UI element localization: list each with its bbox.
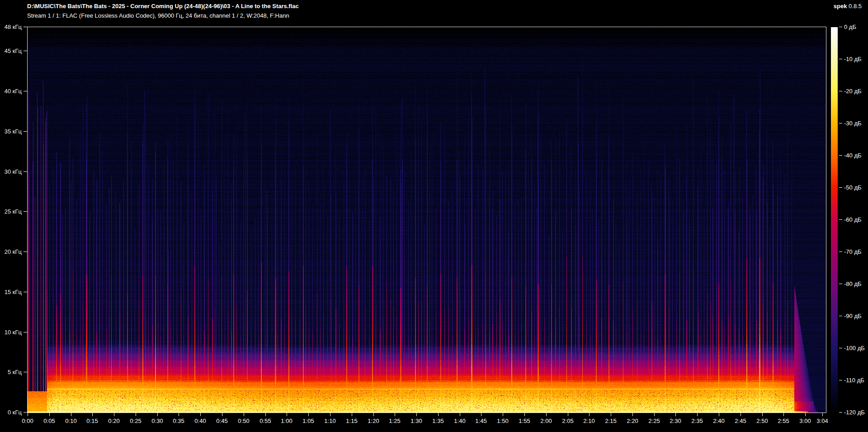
time-tick-label: 2:45: [729, 418, 752, 425]
time-tick: [741, 413, 741, 416]
time-tick: [287, 413, 287, 416]
time-tick-label: 0:10: [59, 418, 83, 425]
time-tick-label: 0:45: [210, 418, 234, 425]
db-tick-label: -10 дБ: [844, 56, 862, 63]
time-tick-label: 3:04: [811, 418, 834, 425]
stream-info-line: Stream 1 / 1: FLAC (Free Lossless Audio …: [27, 12, 289, 19]
time-tick: [179, 413, 179, 416]
time-tick: [568, 413, 568, 416]
db-tick: [839, 27, 842, 27]
app-version-label: spek 0.8.5: [834, 3, 862, 9]
db-tick-label: -120 дБ: [844, 409, 865, 416]
freq-tick: [24, 332, 27, 332]
time-tick: [352, 413, 352, 416]
time-tick-label: 0:20: [102, 418, 126, 425]
freq-tick: [24, 27, 27, 27]
freq-tick-label: 45 кГц: [0, 47, 22, 55]
time-tick: [546, 413, 547, 416]
time-tick: [308, 413, 309, 416]
freq-tick-label: 48 кГц: [0, 24, 22, 31]
time-tick-label: 0:50: [232, 418, 255, 425]
freq-tick-label: 30 кГц: [0, 168, 22, 176]
freq-tick: [24, 372, 27, 372]
time-tick-label: 0:05: [38, 418, 61, 425]
time-tick-label: 1:05: [297, 418, 320, 425]
db-tick: [839, 380, 842, 380]
time-tick-label: 0:15: [80, 418, 104, 425]
time-tick: [416, 413, 417, 416]
time-tick: [222, 413, 222, 416]
time-tick: [200, 413, 201, 416]
freq-tick: [24, 292, 27, 292]
freq-tick-label: 20 кГц: [0, 248, 22, 256]
time-tick-label: 0:55: [254, 418, 277, 425]
time-tick-label: 1:30: [405, 418, 428, 425]
db-colorbar: [831, 27, 838, 413]
time-tick-label: 1:45: [469, 418, 493, 425]
time-tick-label: 0:25: [124, 418, 147, 425]
freq-tick: [24, 252, 27, 252]
time-tick-label: 1:40: [448, 418, 472, 425]
db-tick-label: -20 дБ: [844, 88, 862, 95]
time-tick: [481, 413, 481, 416]
time-tick: [719, 413, 719, 416]
db-tick-label: -50 дБ: [844, 184, 862, 191]
time-tick-label: 0:30: [146, 418, 169, 425]
db-tick: [839, 348, 842, 348]
time-tick: [28, 413, 28, 416]
time-tick: [244, 413, 244, 416]
db-tick: [839, 219, 842, 220]
freq-tick-label: 25 кГц: [0, 208, 22, 215]
time-tick-label: 2:55: [772, 418, 795, 425]
time-tick: [373, 413, 374, 416]
time-tick-label: 0:35: [167, 418, 190, 425]
file-path-title: D:\MUSIC\The Bats\The Bats - 2025 - Corn…: [27, 3, 299, 9]
db-tick: [839, 187, 842, 188]
time-tick: [438, 413, 439, 416]
time-tick-label: 2:25: [642, 418, 666, 425]
time-tick: [675, 413, 676, 416]
time-tick: [524, 413, 525, 416]
time-tick: [71, 413, 71, 416]
db-tick-label: -30 дБ: [844, 120, 862, 127]
freq-tick-label: 0 кГц: [0, 409, 22, 416]
freq-tick: [24, 412, 27, 413]
db-tick-label: -90 дБ: [844, 313, 862, 320]
db-tick: [839, 252, 842, 252]
time-tick-label: 1:20: [362, 418, 385, 425]
time-tick-label: 2:10: [577, 418, 601, 425]
time-tick-label: 0:40: [189, 418, 212, 425]
time-tick: [330, 413, 330, 416]
freq-tick-label: 10 кГц: [0, 329, 22, 336]
db-tick: [839, 155, 842, 156]
time-tick: [460, 413, 460, 416]
db-tick-label: -60 дБ: [844, 216, 862, 223]
time-tick: [157, 413, 158, 416]
db-tick: [839, 284, 842, 284]
db-tick-label: -100 дБ: [844, 345, 865, 352]
freq-tick: [24, 51, 27, 51]
time-tick-label: 2:35: [685, 418, 709, 425]
time-tick: [805, 413, 806, 416]
time-tick: [697, 413, 698, 416]
time-tick: [611, 413, 611, 416]
time-tick: [49, 413, 50, 416]
time-tick: [589, 413, 590, 416]
freq-tick-label: 5 кГц: [0, 369, 22, 376]
time-tick-label: 1:50: [491, 418, 514, 425]
time-tick: [783, 413, 784, 416]
app-version: 0.8.5: [849, 3, 862, 9]
time-tick-label: 0:00: [16, 418, 39, 425]
db-tick: [839, 316, 842, 316]
time-tick: [92, 413, 93, 416]
app-name: spek: [834, 3, 847, 9]
time-tick: [654, 413, 655, 416]
time-tick-label: 2:15: [599, 418, 623, 425]
time-tick-label: 1:55: [513, 418, 536, 425]
db-tick-label: 0 дБ: [844, 24, 856, 31]
time-tick-label: 2:50: [750, 418, 774, 425]
time-tick: [503, 413, 503, 416]
freq-tick-label: 35 кГц: [0, 128, 22, 135]
time-tick: [762, 413, 763, 416]
db-tick: [839, 59, 842, 59]
